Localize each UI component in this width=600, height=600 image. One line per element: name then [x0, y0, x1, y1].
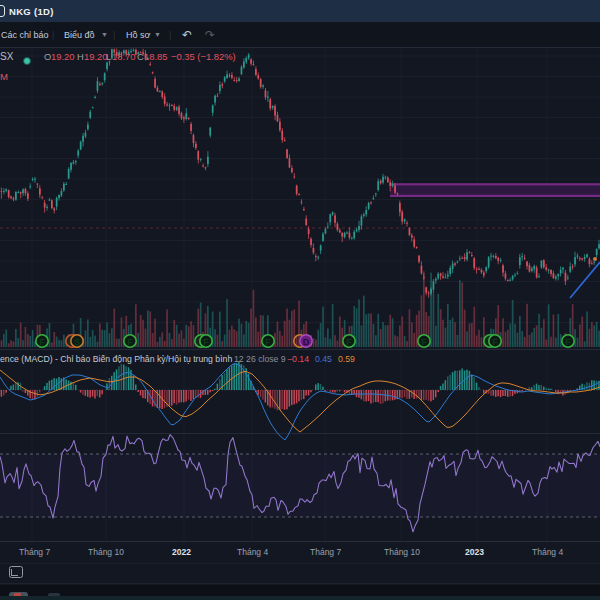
svg-text:F: F: [265, 337, 271, 347]
svg-text:F: F: [421, 337, 427, 347]
svg-text:F: F: [346, 337, 352, 347]
svg-text:F: F: [203, 337, 209, 347]
svg-text:F: F: [565, 337, 571, 347]
svg-text:S: S: [74, 337, 80, 347]
svg-text:F: F: [39, 337, 45, 347]
svg-text:F: F: [127, 337, 133, 347]
svg-text:F: F: [492, 337, 498, 347]
svg-text:D: D: [303, 337, 310, 347]
